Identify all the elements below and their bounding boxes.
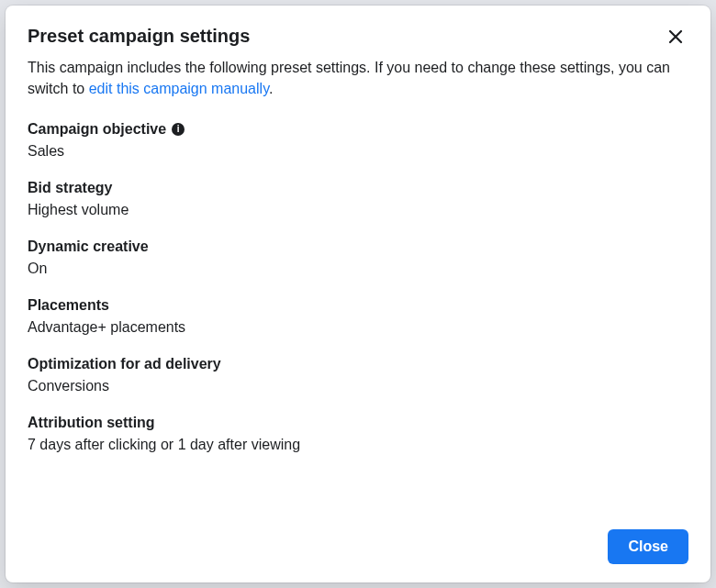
label-bid-strategy: Bid strategy (28, 180, 688, 196)
value-attribution: 7 days after clicking or 1 day after vie… (28, 437, 688, 453)
modal-footer: Close (28, 529, 688, 564)
section-campaign-objective: Campaign objective i Sales (28, 121, 688, 160)
preset-settings-modal: Preset campaign settings This campaign i… (6, 6, 710, 582)
info-icon[interactable]: i (172, 123, 185, 136)
section-bid-strategy: Bid strategy Highest volume (28, 180, 688, 218)
modal-title: Preset campaign settings (28, 24, 250, 48)
edit-manually-link[interactable]: edit this campaign manually (89, 81, 269, 96)
label-optimization: Optimization for ad delivery (28, 356, 688, 372)
section-placements: Placements Advantage+ placements (28, 297, 688, 336)
section-dynamic-creative: Dynamic creative On (28, 239, 688, 277)
description-text-post: . (269, 81, 273, 96)
value-bid-strategy: Highest volume (28, 202, 688, 218)
modal-header: Preset campaign settings (28, 24, 688, 53)
label-campaign-objective: Campaign objective i (28, 121, 688, 138)
label-text: Campaign objective (28, 121, 166, 138)
section-attribution: Attribution setting 7 days after clickin… (28, 415, 688, 453)
value-optimization: Conversions (28, 378, 688, 394)
close-button[interactable]: Close (608, 529, 688, 564)
x-icon (666, 28, 685, 46)
modal-description: This campaign includes the following pre… (28, 57, 688, 99)
label-attribution: Attribution setting (28, 415, 688, 431)
label-dynamic-creative: Dynamic creative (28, 239, 688, 255)
close-icon[interactable] (663, 24, 688, 53)
value-placements: Advantage+ placements (28, 319, 688, 336)
value-campaign-objective: Sales (28, 143, 688, 160)
section-optimization: Optimization for ad delivery Conversions (28, 356, 688, 394)
value-dynamic-creative: On (28, 261, 688, 277)
label-placements: Placements (28, 297, 688, 314)
